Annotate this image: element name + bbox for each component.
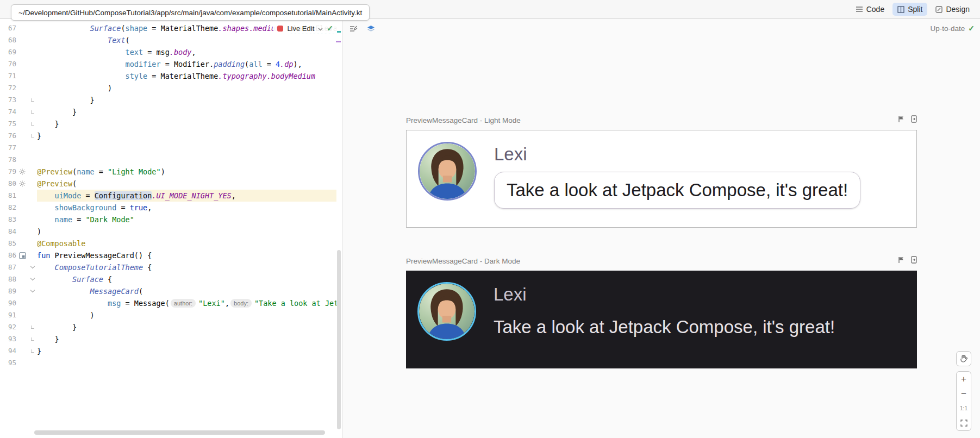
code-editor-pane[interactable]: 67 Surface(shape = MaterialTheme.shapes.… xyxy=(0,19,342,438)
run-on-device-icon[interactable] xyxy=(911,115,917,125)
line-number: 67 xyxy=(0,22,16,34)
avatar xyxy=(418,142,477,201)
ui-check-mode-icon[interactable] xyxy=(347,22,360,35)
mode-design-button[interactable]: Design xyxy=(931,3,975,16)
line-number: 75 xyxy=(0,118,16,130)
fold-marker[interactable] xyxy=(28,267,37,268)
code-line[interactable]: 79@Preview(name = "Light Mode") xyxy=(0,166,336,178)
code-text: ) xyxy=(37,82,336,94)
fold-marker[interactable] xyxy=(28,110,37,114)
code-line[interactable]: 77 xyxy=(0,142,336,154)
code-line[interactable]: 88 Surface { xyxy=(0,273,336,285)
preview-panels: PreviewMessageCard - Light ModeLexiTake … xyxy=(406,114,917,368)
mode-split-button[interactable]: Split xyxy=(892,3,927,16)
fold-marker[interactable] xyxy=(28,349,37,353)
code-line[interactable]: 92 } xyxy=(0,321,336,333)
breadcrumb[interactable]: ~/Development/GitHub/ComposeTutorial3/ap… xyxy=(11,4,370,21)
fold-marker[interactable] xyxy=(28,279,37,280)
code-line[interactable]: 82 showBackground = true, xyxy=(0,202,336,214)
interactive-mode-icon[interactable] xyxy=(898,115,904,125)
message-card-light[interactable]: LexiTake a look at Jetpack Compose, it's… xyxy=(406,130,917,228)
interactive-mode-icon[interactable] xyxy=(898,256,904,266)
fold-marker[interactable] xyxy=(28,134,37,137)
vertical-scroll-thumb[interactable] xyxy=(337,250,341,429)
line-number: 74 xyxy=(0,106,16,118)
code-line[interactable]: 73 } xyxy=(0,94,336,106)
line-number: 85 xyxy=(0,237,16,249)
code-line[interactable]: 94} xyxy=(0,345,336,357)
author-name: Lexi xyxy=(494,144,905,165)
line-number: 89 xyxy=(0,285,16,297)
fold-marker[interactable] xyxy=(28,337,37,341)
mode-code-button[interactable]: Code xyxy=(851,3,889,16)
line-number: 80 xyxy=(0,178,16,190)
fold-marker[interactable] xyxy=(28,326,37,329)
topbar: ~/Development/GitHub/ComposeTutorial3/ap… xyxy=(0,0,980,19)
code-line[interactable]: 72 ) xyxy=(0,82,336,94)
preview-settings-gutter-icon[interactable] xyxy=(16,180,28,187)
horizontal-scroll-thumb[interactable] xyxy=(34,430,325,435)
code-text: msg = Message(author:"Lexi",body:"Take a… xyxy=(37,297,336,309)
zoom-controls: + − 1:1 xyxy=(956,371,971,431)
live-edit-label[interactable]: Live Edit xyxy=(287,24,314,33)
code-line[interactable]: 75 } xyxy=(0,118,336,130)
panel-action-icons xyxy=(898,115,917,125)
layers-icon[interactable] xyxy=(364,22,377,35)
code-icon xyxy=(856,6,863,12)
live-edit-status-icon[interactable] xyxy=(277,26,283,32)
code-line[interactable]: 81 uiMode = Configuration.UI_MODE_NIGHT_… xyxy=(0,190,336,202)
chevron-down-icon[interactable] xyxy=(318,23,323,33)
code-line[interactable]: 93 } xyxy=(0,333,336,345)
code-line[interactable]: 95 xyxy=(0,357,336,369)
line-number: 79 xyxy=(0,166,16,178)
fold-marker[interactable] xyxy=(28,291,37,292)
code-line[interactable]: 70 modifier = Modifier.padding(all = 4.d… xyxy=(0,58,336,70)
fold-marker[interactable] xyxy=(28,122,37,126)
scrollbar-info-mark xyxy=(336,41,341,42)
preview-status: Up-to-date ✓ xyxy=(930,24,975,33)
line-number: 83 xyxy=(0,214,16,226)
code-line[interactable]: 84) xyxy=(0,226,336,237)
editor-vertical-scrollbar[interactable] xyxy=(336,19,341,430)
status-check-icon: ✓ xyxy=(968,24,975,33)
code-text: } xyxy=(37,333,336,345)
code-text: ) xyxy=(37,309,336,321)
code-line[interactable]: 87 ComposeTutorialTheme { xyxy=(0,261,336,273)
code-line[interactable]: 90 msg = Message(author:"Lexi",body:"Tak… xyxy=(0,297,336,309)
code-line[interactable]: 91 ) xyxy=(0,309,336,321)
code-text: } xyxy=(37,130,336,142)
line-number: 70 xyxy=(0,58,16,70)
code-line[interactable]: 85@Composable xyxy=(0,237,336,249)
line-number: 84 xyxy=(0,226,16,237)
pan-hand-icon[interactable] xyxy=(956,351,971,366)
code-text xyxy=(37,142,336,154)
code-line[interactable]: 76} xyxy=(0,130,336,142)
code-line[interactable]: 83 name = "Dark Mode" xyxy=(0,214,336,226)
fold-marker[interactable] xyxy=(28,98,37,102)
code-line[interactable]: 69 text = msg.body, xyxy=(0,46,336,58)
code-line[interactable]: 80@Preview( xyxy=(0,178,336,190)
message-card-dark[interactable]: LexiTake a look at Jetpack Compose, it's… xyxy=(406,271,917,368)
code-text: @Composable xyxy=(37,237,336,249)
run-on-device-icon[interactable] xyxy=(911,256,917,266)
message-body: Take a look at Jetpack Compose, it's gre… xyxy=(494,172,860,209)
zoom-in-icon[interactable]: + xyxy=(957,372,971,386)
zoom-to-fit-icon[interactable] xyxy=(957,416,971,430)
code-line[interactable]: 78 xyxy=(0,154,336,166)
line-number: 92 xyxy=(0,321,16,333)
zoom-out-icon[interactable]: − xyxy=(957,386,971,401)
live-edit-toolbar: Live Edit ✓ xyxy=(273,21,337,35)
code-text: style = MaterialTheme.typography.bodyMed… xyxy=(37,70,336,82)
code-line[interactable]: 68 Text( xyxy=(0,34,336,46)
code-line[interactable]: 74 } xyxy=(0,106,336,118)
line-number: 82 xyxy=(0,202,16,214)
code-area[interactable]: 67 Surface(shape = MaterialTheme.shapes.… xyxy=(0,22,336,369)
actual-size-icon[interactable]: 1:1 xyxy=(957,401,971,416)
compose-preview-gutter-icon[interactable] xyxy=(16,252,28,259)
code-line[interactable]: 71 style = MaterialTheme.typography.body… xyxy=(0,70,336,82)
code-line[interactable]: 86fun PreviewMessageCard() { xyxy=(0,249,336,261)
preview-settings-gutter-icon[interactable] xyxy=(16,168,28,175)
code-line[interactable]: 89 MessageCard( xyxy=(0,285,336,297)
editor-horizontal-scrollbar[interactable] xyxy=(0,430,336,435)
preview-toolbar xyxy=(347,22,377,35)
